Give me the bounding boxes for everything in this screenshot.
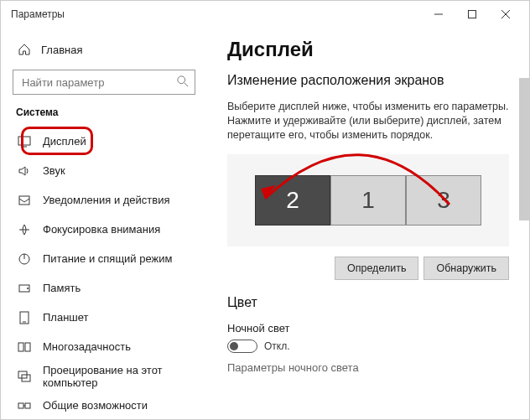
svg-point-4 [178,76,185,84]
svg-rect-22 [18,403,23,408]
night-light-state: Откл. [264,340,290,352]
identify-button[interactable]: Определить [335,257,418,280]
sidebar-item-focus[interactable]: Фокусировка внимания [13,215,195,244]
search-box[interactable] [13,70,195,95]
search-icon [177,75,189,87]
sidebar-item-label: Планшет [43,311,89,324]
sidebar-item-label: Фокусировка внимания [43,223,160,236]
window-controls [422,1,522,28]
instruction-text: Выберите дисплей ниже, чтобы изменить ег… [227,100,509,143]
sidebar-item-sound[interactable]: Звук [13,156,195,185]
svg-rect-19 [25,343,30,351]
detect-button[interactable]: Обнаружить [423,257,509,280]
sidebar-item-multitask[interactable]: Многозадачность [13,332,195,361]
sidebar-item-label: Звук [43,164,65,177]
sidebar-item-projection[interactable]: Проецирование на этот компьютер [13,361,195,391]
night-light-params-link[interactable]: Параметры ночного света [227,361,509,374]
monitor-3[interactable]: 3 [406,175,481,226]
section-arrange: Изменение расположения экранов [227,73,509,88]
close-icon[interactable] [489,1,522,28]
sidebar: Главная Система Дисплей Звук Уведомления… [1,28,207,420]
sidebar-item-label: Проецирование на этот компьютер [43,364,195,389]
shared-icon [18,399,31,412]
sidebar-item-label: Память [43,282,81,294]
category-label: Система [16,106,195,118]
svg-rect-1 [469,11,476,18]
svg-rect-18 [18,343,23,351]
sidebar-item-display[interactable]: Дисплей [13,127,195,156]
maximize-icon[interactable] [455,1,489,28]
nav-list: Дисплей Звук Уведомления и действия Фоку… [13,127,195,420]
focus-icon [18,223,31,236]
minimize-icon[interactable] [422,1,455,28]
sound-icon [18,164,31,178]
tablet-icon [18,311,31,324]
sidebar-item-power[interactable]: Питание и спящий режим [13,244,195,273]
svg-rect-6 [18,137,30,145]
title-bar: Параметры [1,1,529,28]
scrollbar[interactable] [519,78,529,220]
sidebar-item-notifications[interactable]: Уведомления и действия [13,185,195,215]
night-light-toggle[interactable] [227,340,257,353]
monitor-2[interactable]: 2 [255,175,330,226]
svg-rect-23 [25,403,30,408]
storage-icon [18,282,31,295]
svg-point-15 [27,288,29,289]
sidebar-item-shared[interactable]: Общие возможности [13,391,195,420]
sidebar-item-label: Уведомления и действия [43,194,170,206]
svg-line-10 [24,199,29,202]
display-icon [18,135,31,148]
night-light-label: Ночной свет [227,322,509,334]
search-input[interactable] [13,70,195,95]
sidebar-item-label: Многозадачность [43,340,131,353]
home-icon [18,43,31,56]
home-link[interactable]: Главная [13,34,195,65]
svg-line-9 [19,199,24,202]
monitor-1[interactable]: 1 [330,175,406,226]
display-arranger[interactable]: 2 1 3 [227,154,509,246]
section-color: Цвет [227,295,509,310]
sidebar-item-label: Общие возможности [43,399,148,412]
sidebar-item-tablet[interactable]: Планшет [13,303,195,332]
svg-line-5 [184,83,188,86]
multitask-icon [18,340,31,354]
notifications-icon [18,194,31,207]
page-title: Дисплей [227,38,509,61]
home-label: Главная [41,44,82,56]
display-buttons: Определить Обнаружить [227,257,509,280]
sidebar-item-storage[interactable]: Память [13,273,195,303]
svg-rect-8 [19,196,29,205]
projection-icon [18,370,31,383]
toggle-knob [230,342,238,350]
sidebar-item-label: Питание и спящий режим [43,252,172,265]
main-panel: Дисплей Изменение расположения экранов В… [207,28,529,420]
sidebar-item-label: Дисплей [43,135,86,148]
window-title: Параметры [8,8,422,20]
power-icon [18,252,31,266]
